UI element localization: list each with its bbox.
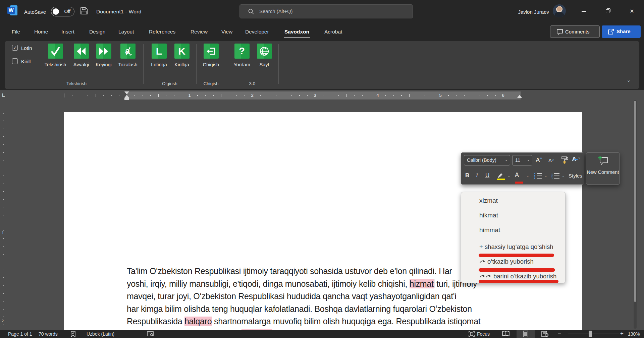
user-name[interactable]: Javlon Juraev — [512, 9, 549, 15]
chevron-down-icon[interactable]: ⌄ — [562, 174, 565, 178]
tab-file[interactable]: File — [11, 27, 21, 37]
print-layout-icon[interactable] — [523, 331, 529, 338]
new-comment-button[interactable]: New Comment — [586, 152, 620, 185]
skip-item[interactable]: oʻtkazib yuborish — [479, 258, 534, 265]
zoom-in-button[interactable]: + — [620, 330, 624, 337]
suggestion-hikmat[interactable]: hikmat — [479, 212, 498, 219]
title-bar: W AutoSave Off Document1 - Word Search (… — [0, 0, 644, 22]
underline-button[interactable]: U — [485, 172, 489, 179]
ruler-tick — [236, 95, 237, 96]
chevron-down-icon[interactable]: ⌄ — [526, 174, 529, 178]
tab-stop-selector[interactable]: L — [2, 92, 5, 98]
tab-insert[interactable]: Insert — [61, 27, 75, 37]
numbered-list-button[interactable]: 123 — [551, 172, 560, 181]
restore-button[interactable] — [600, 6, 616, 17]
tab-view[interactable]: View — [221, 27, 233, 37]
save-button[interactable] — [80, 7, 89, 16]
web-layout-icon[interactable] — [541, 331, 549, 338]
grow-font-button[interactable]: A˄ — [536, 156, 542, 164]
minimize-button[interactable] — [576, 6, 592, 17]
text-segment: Ta'lim Oʻzbekiston Respublikasi ijtimoiy… — [127, 266, 452, 276]
cyrillic-icon: K — [174, 44, 190, 59]
zoom-level[interactable]: 130% — [628, 331, 640, 337]
vertical-scrollbar[interactable] — [634, 100, 637, 329]
right-indent-marker[interactable] — [517, 95, 522, 98]
word-app-icon[interactable]: W — [7, 5, 17, 15]
font-size-combobox[interactable]: 11 ⌄ — [512, 155, 532, 165]
tab-home[interactable]: Home — [34, 27, 49, 37]
skip-all-item[interactable]: barini oʻtkazib yuborish — [479, 273, 556, 280]
ruler-margin-tick — [72, 95, 72, 96]
zoom-slider-track[interactable] — [568, 334, 619, 334]
focus-icon[interactable] — [468, 331, 475, 338]
ribbon-button-chiqish[interactable]: Chiqish — [197, 44, 225, 67]
scrollbar-thumb[interactable] — [634, 101, 636, 302]
ribbon-button-tekshirish[interactable]: Tekshirish — [41, 44, 69, 67]
latin-icon: L — [152, 44, 167, 59]
text-line-3[interactable]: mavqei, turar joyi, Oʻzbekiston Respubli… — [127, 290, 520, 302]
ribbon-button-kirillga[interactable]: KKirillga — [168, 44, 196, 67]
font-color-button[interactable]: A — [515, 172, 523, 185]
ruler-tick — [307, 95, 308, 96]
collapse-ribbon-icon[interactable]: ⌄ — [627, 77, 631, 83]
share-button-label: Share — [616, 28, 631, 34]
suggestion-himmat[interactable]: himmat — [479, 226, 500, 234]
horizontal-ruler[interactable]: L 123456 — [0, 91, 644, 99]
ribbon-button-tozalash[interactable]: aTozalash — [114, 44, 142, 67]
ruler-tick — [197, 95, 198, 96]
tab-developer[interactable]: Developer — [245, 27, 270, 37]
tab-references[interactable]: References — [148, 27, 176, 37]
vruler-tick — [3, 199, 4, 200]
styles-button[interactable]: Styles — [569, 173, 582, 179]
comments-button[interactable]: Comments — [550, 25, 600, 38]
zoom-out-button[interactable]: − — [558, 331, 561, 337]
page-indicator[interactable]: Page 1 of 1 — [8, 331, 32, 337]
zoom-slider-thumb[interactable] — [589, 331, 592, 337]
tab-layout[interactable]: Layout — [118, 27, 135, 37]
group-label-1: Tekshirish — [66, 81, 87, 86]
italic-button[interactable]: I — [476, 172, 478, 179]
tab-acrobat[interactable]: Acrobat — [324, 27, 343, 37]
search-input[interactable]: Search (Alt+Q) — [239, 4, 413, 18]
text-line-4[interactable]: har kimga bilim olishda teng huquqlar ka… — [127, 302, 520, 315]
macro-recording-icon[interactable] — [147, 331, 154, 338]
proofing-errors-icon[interactable] — [70, 331, 76, 338]
shrink-font-button[interactable]: A˅ — [548, 157, 554, 163]
close-button[interactable]: ✕ — [624, 6, 640, 17]
ruler-tick — [480, 95, 480, 96]
hanging-indent-marker[interactable] — [124, 95, 129, 98]
ruler-tick — [268, 95, 269, 96]
tab-savodxon[interactable]: Savodxon — [284, 27, 310, 38]
spelling-suggestions-menu: xizmathikmathimmat+ shaxsiy lugʻatga qoʻ… — [461, 192, 566, 283]
text-line-5[interactable]: Respublikasida halqaro shartnomalarga mu… — [127, 315, 520, 328]
first-line-indent-marker[interactable] — [124, 91, 129, 94]
ribbon-button-label: Kirillga — [168, 62, 196, 67]
highlight-color-button[interactable] — [495, 172, 505, 183]
avatar[interactable] — [553, 4, 566, 17]
left-indent-marker[interactable] — [124, 98, 129, 100]
tab-review[interactable]: Review — [190, 27, 208, 37]
ruler-number: 6 — [502, 93, 504, 98]
bullet-list-button[interactable] — [534, 172, 542, 181]
share-button[interactable]: Share — [602, 25, 641, 38]
font-name-combobox[interactable]: Calibri (Body) ⌄ — [464, 155, 510, 165]
add-to-dictionary-item[interactable]: + shaxsiy lugʻatga qoʻshish — [479, 243, 553, 251]
tab-design[interactable]: Design — [89, 27, 106, 37]
group-separator — [226, 44, 226, 84]
bold-button[interactable]: B — [465, 172, 469, 179]
suggestion-xizmat[interactable]: xizmat — [479, 197, 498, 204]
ruler-tick — [143, 95, 143, 96]
ruler-tick — [362, 95, 363, 96]
read-mode-icon[interactable] — [502, 331, 510, 338]
autosave-toggle[interactable]: Off — [51, 7, 74, 16]
text-effects-button[interactable]: A⌄ — [572, 155, 578, 163]
focus-label[interactable]: Focus — [477, 331, 490, 337]
chevron-down-icon[interactable]: ⌄ — [544, 174, 547, 178]
group-separator — [143, 44, 144, 84]
chevron-down-icon[interactable]: ⌄ — [507, 174, 510, 178]
language-indicator[interactable]: Uzbek (Latin) — [87, 331, 114, 337]
text-line-6[interactable]: qilayotgan fuqaroligi boʻlmagan shahslar… — [127, 328, 520, 330]
format-painter-icon[interactable] — [560, 155, 569, 166]
ribbon-button-sayt[interactable]: Sayt — [250, 44, 278, 67]
word-count[interactable]: 70 words — [39, 331, 58, 337]
